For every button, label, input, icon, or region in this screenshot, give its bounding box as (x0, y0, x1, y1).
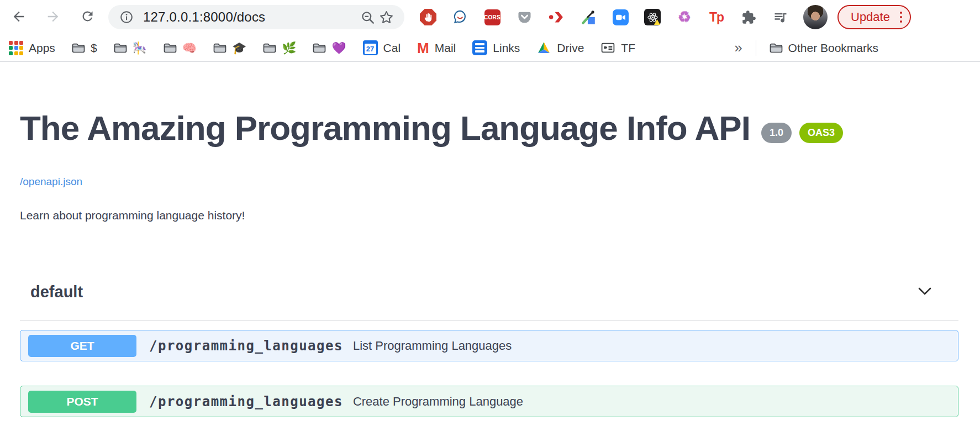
menu-kebab-icon[interactable] (898, 9, 905, 25)
chevron-down-icon (918, 287, 931, 297)
bookmarks-right-group: » Other Bookmarks (734, 39, 878, 56)
chat-bubble-icon[interactable] (452, 9, 468, 25)
bookmark-tf[interactable]: TF (600, 41, 635, 55)
bookmarks-bar: Apps $ 🎠 🧠 🎓 🌿 💜 27 Cal M Mail Links (0, 34, 980, 62)
bookmark-label: Cal (383, 41, 401, 55)
bookmark-star-icon[interactable] (377, 8, 396, 27)
cors-label: CORS (484, 9, 500, 25)
back-button[interactable] (7, 5, 31, 29)
folder-icon (770, 43, 783, 54)
pocket-icon[interactable] (516, 9, 533, 25)
update-label: Update (851, 10, 890, 24)
bookmark-links[interactable]: Links (472, 40, 520, 55)
folder-icon (313, 43, 326, 54)
chrome-update-button[interactable]: Update (837, 5, 911, 29)
endpoint-path: /programming_languages (149, 394, 343, 409)
bookmark-folder-herb[interactable]: 🌿 (263, 41, 296, 55)
bookmark-label: 💜 (331, 41, 346, 55)
endpoint-summary: Create Programming Language (353, 395, 523, 409)
react-box (644, 9, 661, 25)
bookmark-folder-heart[interactable]: 💜 (313, 41, 346, 55)
tag-section-default: default GET /programming_languages List … (20, 283, 958, 417)
bookmark-mail[interactable]: M Mail (417, 41, 456, 55)
folder-icon (72, 43, 85, 54)
endpoint-row-post[interactable]: POST /programming_languages Create Progr… (20, 386, 958, 417)
stop-octagon (420, 9, 436, 25)
bookmark-label: 🌿 (282, 41, 296, 55)
endpoint-path: /programming_languages (149, 338, 343, 354)
endpoint-summary: List Programming Languages (353, 339, 512, 353)
zoom-box (613, 9, 629, 25)
forward-icon (45, 9, 61, 26)
back-icon (11, 9, 27, 26)
zoom-out-icon[interactable] (358, 8, 377, 27)
page-title: The Amazing Programming Language Info AP… (20, 109, 750, 147)
version-badge: 1.0 (761, 123, 792, 143)
recycle-extension-icon[interactable]: ♻ (676, 9, 693, 25)
google-calendar-icon: 27 (363, 40, 378, 55)
bookmark-folder-carousel[interactable]: 🎠 (114, 41, 147, 55)
google-drive-icon (536, 41, 551, 55)
other-bookmarks-label: Other Bookmarks (788, 41, 878, 55)
address-bar[interactable]: 127.0.0.1:8000/docs (108, 5, 404, 29)
bookmark-label: 🧠 (182, 41, 197, 55)
bookmarks-overflow-chevron[interactable]: » (734, 39, 742, 56)
forward-button[interactable] (41, 5, 65, 29)
bookmark-folder-brain[interactable]: 🧠 (164, 41, 197, 55)
folder-icon (114, 43, 127, 54)
bookmark-folder-school[interactable]: 🎓 (213, 41, 246, 55)
other-bookmarks[interactable]: Other Bookmarks (770, 41, 878, 55)
bookmark-label: $ (91, 41, 97, 55)
tp-label: Tp (709, 10, 724, 25)
bookmark-label: Mail (435, 41, 456, 55)
bookmark-label: Links (493, 41, 520, 55)
bookmark-apps[interactable]: Apps (9, 41, 55, 55)
collapse-section-button[interactable] (916, 285, 934, 299)
react-devtools-icon[interactable] (644, 9, 661, 25)
bookmark-folder-money[interactable]: $ (72, 41, 97, 55)
red-share-arrow-icon[interactable] (548, 9, 565, 25)
endpoint-row-get[interactable]: GET /programming_languages List Programm… (20, 330, 958, 361)
bookmark-label: TF (621, 41, 635, 55)
folder-icon (263, 43, 276, 54)
music-playlist-icon[interactable] (772, 9, 789, 25)
bookmark-drive[interactable]: Drive (536, 41, 584, 55)
recycle-glyph: ♻ (678, 10, 691, 25)
tag-header[interactable]: default (20, 283, 958, 320)
tp-extension-icon[interactable]: Tp (708, 9, 725, 25)
cors-extension-icon[interactable]: CORS (484, 9, 500, 25)
bookmark-calendar[interactable]: 27 Cal (363, 40, 401, 55)
tag-name: default (30, 283, 83, 301)
apps-grid-icon (9, 41, 23, 55)
reload-icon (80, 9, 95, 25)
url-text[interactable]: 127.0.0.1:8000/docs (143, 9, 265, 25)
bookmarks-divider (756, 40, 756, 56)
zoom-video-icon[interactable] (612, 9, 629, 25)
reload-button[interactable] (75, 5, 99, 29)
oas3-badge: OAS3 (799, 123, 843, 143)
folder-icon (164, 43, 177, 54)
swagger-docs-page: The Amazing Programming Language Info AP… (0, 62, 980, 417)
extensions-puzzle-icon[interactable] (740, 9, 757, 25)
links-icon (472, 40, 487, 55)
bookmark-label: 🎠 (133, 41, 147, 55)
profile-avatar[interactable] (803, 5, 828, 29)
bookmark-label: Drive (557, 41, 584, 55)
title-badges: 1.0 OAS3 (761, 123, 843, 143)
http-method-badge[interactable]: POST (28, 391, 136, 413)
bookmark-label: Apps (29, 41, 55, 55)
page-info-icon[interactable] (117, 8, 136, 27)
openapi-spec-link[interactable]: /openapi.json (20, 176, 82, 188)
extension-icons: CORS ♻ Tp (420, 9, 789, 25)
adblock-stop-hand-icon[interactable] (420, 9, 436, 25)
api-title-row: The Amazing Programming Language Info AP… (20, 109, 958, 147)
browser-toolbar: 127.0.0.1:8000/docs CORS (0, 0, 980, 34)
http-method-badge[interactable]: GET (28, 335, 136, 357)
tf-card-icon (600, 41, 615, 55)
api-description: Learn about programming language history… (20, 209, 958, 222)
bookmark-label: 🎓 (232, 41, 246, 55)
gmail-icon: M (417, 41, 429, 55)
folder-icon (213, 43, 226, 54)
color-picker-icon[interactable] (580, 9, 597, 25)
